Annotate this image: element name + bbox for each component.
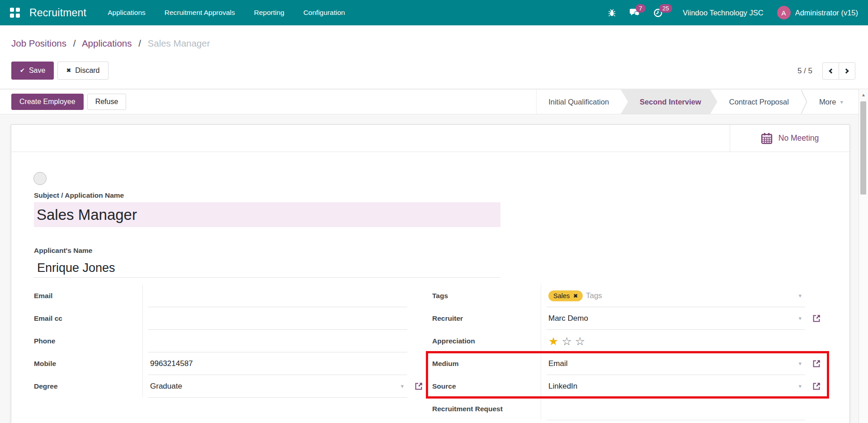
messages-icon[interactable]: 7 xyxy=(630,8,640,17)
check-icon: ✔ xyxy=(20,67,25,74)
discard-button[interactable]: ✖ Discard xyxy=(57,62,108,80)
recruitment-request-row: Recruitment Request xyxy=(432,398,805,420)
field-group-left: Email Email cc Phone Mobile 9963214587 D… xyxy=(34,285,407,398)
recruitment-request-select[interactable] xyxy=(547,398,805,420)
recruiter-value: Marc Demo xyxy=(548,314,588,323)
applicant-photo-placeholder[interactable] xyxy=(33,172,47,185)
star-filled-icon[interactable]: ★ xyxy=(548,336,558,347)
apps-grid-icon[interactable] xyxy=(10,8,20,18)
activities-badge: 25 xyxy=(659,4,672,13)
applicant-name-label: Applicant's Name xyxy=(34,247,92,255)
stage-second-interview-active[interactable]: Second Interview xyxy=(621,90,717,114)
pager-buttons xyxy=(822,62,855,80)
calendar-icon xyxy=(761,133,773,144)
stage-separator xyxy=(801,90,807,114)
tag-sales[interactable]: Sales ✖ xyxy=(548,290,583,301)
caret-down-icon: ▾ xyxy=(840,99,843,105)
email-cc-input[interactable] xyxy=(148,307,407,330)
company-switcher[interactable]: Viindoo Technology JSC xyxy=(683,9,763,17)
scrollbar-thumb[interactable] xyxy=(860,101,866,195)
external-link-icon[interactable] xyxy=(811,359,821,369)
medium-value: Email xyxy=(548,359,568,368)
create-employee-button[interactable]: Create Employee xyxy=(11,94,84,110)
recruiter-row: Recruiter Marc Demo ▾ xyxy=(432,307,805,330)
user-menu[interactable]: A Administrator (v15) xyxy=(777,6,858,19)
tag-remove-icon[interactable]: ✖ xyxy=(573,293,578,299)
nav-menu-applications[interactable]: Applications xyxy=(98,0,155,25)
email-input[interactable] xyxy=(148,285,407,307)
source-row: Source LinkedIn ▾ xyxy=(432,375,805,398)
breadcrumb-current: Sales Manager xyxy=(148,38,210,48)
refuse-button[interactable]: Refuse xyxy=(87,94,127,110)
caret-down-icon[interactable]: ▾ xyxy=(798,293,802,299)
messages-badge: 7 xyxy=(636,4,645,13)
external-link-icon[interactable] xyxy=(811,381,821,391)
no-meeting-label: No Meeting xyxy=(778,133,819,143)
stage-initial-qualification[interactable]: Initial Qualification xyxy=(537,90,621,114)
medium-select[interactable]: Email ▾ xyxy=(547,352,805,375)
pager-next-button[interactable] xyxy=(839,62,855,80)
vertical-scrollbar[interactable]: ▲ xyxy=(859,89,868,423)
star-empty-icon[interactable]: ☆ xyxy=(575,336,585,347)
mobile-row: Mobile 9963214587 xyxy=(34,352,407,375)
pager-previous-button[interactable] xyxy=(822,62,839,80)
app-title[interactable]: Recruitment xyxy=(29,7,86,19)
degree-label: Degree xyxy=(34,375,143,398)
email-cc-label: Email cc xyxy=(34,307,143,330)
caret-down-icon[interactable]: ▾ xyxy=(798,315,802,321)
nav-menu-reporting[interactable]: Reporting xyxy=(245,0,294,25)
scrollbar-up-icon[interactable]: ▲ xyxy=(859,92,868,97)
applicant-name-input[interactable]: Enrique Jones xyxy=(34,258,500,278)
nav-menu-recruitment-approvals[interactable]: Recruitment Approvals xyxy=(155,0,245,25)
recruiter-label: Recruiter xyxy=(432,307,541,330)
caret-down-icon[interactable]: ▾ xyxy=(798,383,802,389)
more-label: More xyxy=(819,98,836,106)
external-link-icon[interactable] xyxy=(811,314,821,323)
pager-counter: 5 / 5 xyxy=(797,67,812,76)
source-label: Source xyxy=(432,375,541,398)
recruitment-request-label: Recruitment Request xyxy=(432,398,541,420)
caret-down-icon[interactable]: ▾ xyxy=(798,361,802,366)
email-row: Email xyxy=(34,285,407,307)
main-menu: Applications Recruitment Approvals Repor… xyxy=(98,0,354,25)
appreciation-row: Appreciation ★ ☆ ☆ xyxy=(432,330,805,352)
subject-input[interactable]: Sales Manager xyxy=(34,202,500,227)
degree-select[interactable]: Graduate ▾ xyxy=(148,375,407,398)
external-link-icon[interactable] xyxy=(414,381,424,391)
recruitment-app-screen: Recruitment Applications Recruitment App… xyxy=(0,0,868,423)
appreciation-label: Appreciation xyxy=(432,330,541,352)
nav-menu-configuration[interactable]: Configuration xyxy=(294,0,354,25)
tag-label: Sales xyxy=(553,292,570,299)
recruiter-select[interactable]: Marc Demo ▾ xyxy=(547,307,805,330)
tags-label: Tags xyxy=(432,285,541,307)
debug-bug-icon[interactable] xyxy=(608,8,616,17)
tags-row: Tags Sales ✖ Tags ▾ xyxy=(432,285,805,307)
breadcrumb: Job Positions / Applications / Sales Man… xyxy=(11,38,210,49)
appreciation-stars: ★ ☆ ☆ xyxy=(547,330,805,352)
email-label: Email xyxy=(34,285,143,307)
phone-row: Phone xyxy=(34,330,407,352)
breadcrumb-separator: / xyxy=(73,38,76,48)
star-empty-icon[interactable]: ☆ xyxy=(561,336,571,347)
tags-input[interactable]: Sales ✖ Tags ▾ xyxy=(547,285,805,307)
breadcrumb-separator: / xyxy=(138,38,141,48)
source-select[interactable]: LinkedIn ▾ xyxy=(547,375,805,398)
stage-contract-proposal[interactable]: Contract Proposal xyxy=(717,90,801,114)
medium-row: Medium Email ▾ xyxy=(432,352,805,375)
form-content: No Meeting Subject / Application Name Sa… xyxy=(0,115,859,423)
breadcrumb-job-positions[interactable]: Job Positions xyxy=(11,38,66,48)
stage-more-dropdown[interactable]: More ▾ xyxy=(807,90,859,114)
phone-input[interactable] xyxy=(148,330,407,352)
mobile-label: Mobile xyxy=(34,352,143,375)
caret-down-icon[interactable]: ▾ xyxy=(401,383,404,389)
user-name: Administrator (v15) xyxy=(795,9,858,17)
record-action-buttons: ✔ Save ✖ Discard xyxy=(11,62,108,80)
mobile-input[interactable]: 9963214587 xyxy=(148,352,407,375)
stage-selector: Initial Qualification Second Interview C… xyxy=(536,90,859,114)
chevron-right-icon xyxy=(844,68,849,73)
save-button[interactable]: ✔ Save xyxy=(11,62,54,80)
email-cc-row: Email cc xyxy=(34,307,407,330)
activities-clock-icon[interactable]: 25 xyxy=(653,8,663,18)
breadcrumb-applications[interactable]: Applications xyxy=(82,38,132,48)
no-meeting-button[interactable]: No Meeting xyxy=(730,125,849,152)
